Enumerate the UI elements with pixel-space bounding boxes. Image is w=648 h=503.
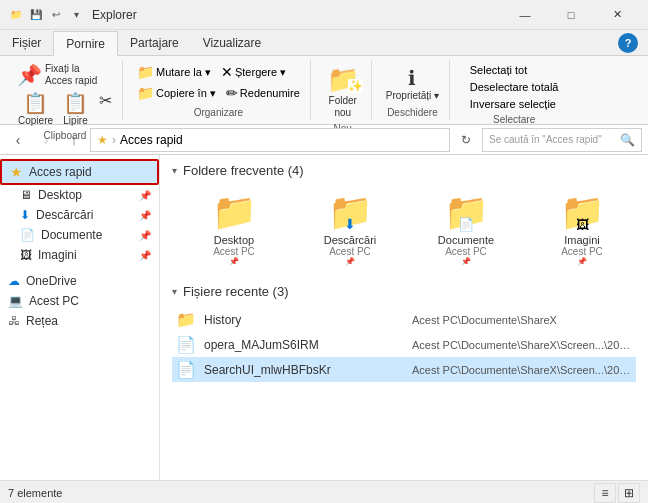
tab-fisier[interactable]: Fișier (0, 30, 53, 55)
deselectare-button[interactable]: Deselectare totală (466, 79, 563, 95)
window-icon-2: 💾 (28, 7, 44, 23)
list-view-button[interactable]: ≡ (594, 483, 616, 503)
deselect-label: Deselectare totală (470, 81, 559, 93)
folder-imagini[interactable]: 📁 🖼 Imagini Acest PC 📌 (528, 186, 636, 272)
searchui-file-name: SearchUI_mlwHBFbsKr (204, 363, 404, 377)
forward-button[interactable]: › (34, 128, 58, 152)
maximize-button[interactable]: □ (548, 0, 594, 30)
file-row-history[interactable]: 📁 History Acest PC\Documente\ShareX (172, 307, 636, 332)
main-layout: ★ Acces rapid 🖥 Desktop 📌 ⬇ Descărcări 📌… (0, 155, 648, 480)
clipboard-items: 📌 Fixați laAcces rapid 📋 Copiere 📋 Lipir… (14, 62, 116, 128)
new-folder-label: Foldernou (329, 95, 357, 119)
fixati-la-button[interactable]: 📌 Fixați laAcces rapid (14, 62, 100, 88)
stergere-button[interactable]: ✕ Ștergere ▾ (217, 62, 290, 82)
pin-icon: 📌 (17, 63, 42, 87)
selectati-tot-button[interactable]: Selectați tot (466, 62, 531, 78)
search-box[interactable]: Se caută în "Acces rapid" 🔍 (482, 128, 642, 152)
address-path[interactable]: ★ › Acces rapid (90, 128, 450, 152)
folder-desktop-icon-wrap: 📁 (210, 192, 258, 232)
sidebar-item-onedrive[interactable]: ☁ OneDrive (0, 271, 159, 291)
sidebar-item-acest-pc[interactable]: 💻 Acest PC (0, 291, 159, 311)
folder-descarcari[interactable]: 📁 ⬇ Descărcări Acest PC 📌 (296, 186, 404, 272)
folder-imagini-name: Imagini (564, 234, 599, 246)
history-file-icon: 📁 (176, 310, 196, 329)
copy-icon: 📋 (23, 91, 48, 115)
fixati-label: Fixați laAcces rapid (45, 63, 97, 87)
organize-label: Organizare (194, 107, 243, 118)
move-copy-group: 📁 Mutare la ▾ ✕ Ștergere ▾ (133, 62, 290, 82)
mutare-button[interactable]: 📁 Mutare la ▾ (133, 62, 215, 82)
rename-icon: ✏ (226, 85, 238, 101)
back-button[interactable]: ‹ (6, 128, 30, 152)
sidebar-item-imagini[interactable]: 🖼 Imagini 📌 (0, 245, 159, 265)
folder-desktop-icon: 📁 (212, 191, 257, 233)
help-button[interactable]: ? (618, 33, 638, 53)
folder-documente-name: Documente (438, 234, 494, 246)
sidebar-item-documente[interactable]: 📄 Documente 📌 (0, 225, 159, 245)
up-button[interactable]: ↑ (62, 128, 86, 152)
folder-documente-icon-wrap: 📁 📄 (442, 192, 490, 232)
title-bar: 📁 💾 ↩ ▾ Explorer — □ ✕ (0, 0, 648, 30)
close-button[interactable]: ✕ (594, 0, 640, 30)
recent-files-header: ▾ Fișiere recente (3) (172, 284, 636, 299)
copy-to-icon: 📁 (137, 85, 154, 101)
recent-toggle[interactable]: ▾ (172, 286, 177, 297)
proprietati-button[interactable]: ℹ Proprietăți ▾ (382, 64, 443, 103)
opera-file-icon: 📄 (176, 335, 196, 354)
documente-pin: 📌 (139, 230, 151, 241)
tab-vizualizare[interactable]: Vizualizare (191, 30, 273, 55)
refresh-button[interactable]: ↻ (454, 128, 478, 152)
sidebar-item-retea[interactable]: 🖧 Rețea (0, 311, 159, 331)
address-crumb: Acces rapid (120, 133, 183, 147)
properties-icon: ℹ (408, 66, 416, 90)
history-file-name: History (204, 313, 404, 327)
inversare-button[interactable]: Inversare selecție (466, 96, 560, 112)
searchui-file-icon: 📄 (176, 360, 196, 379)
onedrive-label: OneDrive (26, 274, 77, 288)
minimize-button[interactable]: — (502, 0, 548, 30)
stergere-label: Ștergere ▾ (235, 66, 286, 79)
select-items: Selectați tot Deselectare totală Inversa… (466, 62, 563, 112)
copiere-button[interactable]: 📋 Copiere (14, 89, 57, 128)
folder-documente-sub: Acest PC (445, 246, 487, 257)
cut-icon: ✂ (99, 91, 112, 110)
acces-rapid-icon: ★ (10, 164, 23, 180)
sidebar-item-descarcari[interactable]: ⬇ Descărcări 📌 (0, 205, 159, 225)
file-row-opera[interactable]: 📄 opera_MAJumS6IRM Acest PC\Documente\Sh… (172, 332, 636, 357)
ribbon: Fișier Pornire Partajare Vizualizare ? 📌… (0, 30, 648, 125)
descarcari-pin: 📌 (139, 210, 151, 221)
sidebar-item-desktop[interactable]: 🖥 Desktop 📌 (0, 185, 159, 205)
sidebar-item-acces-rapid[interactable]: ★ Acces rapid (0, 159, 159, 185)
proprietati-label: Proprietăți ▾ (386, 90, 439, 101)
tab-partajare[interactable]: Partajare (118, 30, 191, 55)
mutare-label: Mutare la ▾ (156, 66, 211, 79)
desktop-icon: 🖥 (20, 188, 32, 202)
lipire-button[interactable]: 📋 Lipire (59, 89, 92, 128)
files-section: 📁 History Acest PC\Documente\ShareX 📄 op… (172, 307, 636, 382)
documente-label: Documente (41, 228, 102, 242)
new-folder-button[interactable]: 📁 ✨ Foldernou (321, 62, 365, 121)
frequent-folders-header: ▾ Foldere frecvente (4) (172, 163, 636, 178)
cut-button[interactable]: ✂ (94, 89, 116, 128)
select-all-label: Selectați tot (470, 64, 527, 76)
documente-icon: 📄 (20, 228, 35, 242)
window-icon-3: ↩ (48, 7, 64, 23)
folder-desktop[interactable]: 📁 Desktop Acest PC 📌 (180, 186, 288, 272)
opera-file-name: opera_MAJumS6IRM (204, 338, 404, 352)
tab-pornire[interactable]: Pornire (53, 31, 118, 56)
folder-desktop-sub: Acest PC (213, 246, 255, 257)
file-row-searchui[interactable]: 📄 SearchUI_mlwHBFbsKr Acest PC\Documente… (172, 357, 636, 382)
copiere-in-button[interactable]: 📁 Copiere în ▾ (133, 83, 220, 103)
redenumire-button[interactable]: ✏ Redenumire (222, 83, 304, 103)
ribbon-group-new: 📁 ✨ Foldernou Nou (315, 60, 372, 120)
folder-desktop-name: Desktop (214, 234, 254, 246)
new-items: 📁 ✨ Foldernou (321, 62, 365, 121)
frequent-toggle[interactable]: ▾ (172, 165, 177, 176)
grid-view-button[interactable]: ⊞ (618, 483, 640, 503)
view-buttons: ≡ ⊞ (594, 483, 640, 503)
quick-access-icon: ▾ (68, 7, 84, 23)
folder-documente[interactable]: 📁 📄 Documente Acest PC 📌 (412, 186, 520, 272)
imagini-icon: 🖼 (20, 248, 32, 262)
paste-copy-cut-group: 📋 Copiere 📋 Lipire ✂ (14, 89, 116, 128)
acest-pc-icon: 💻 (8, 294, 23, 308)
